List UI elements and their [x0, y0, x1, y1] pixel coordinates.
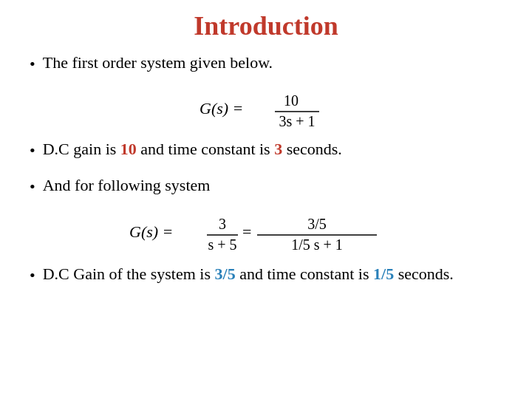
formula-2-svg: G(s) = 3 s + 5 = 3/5 1/5 s + 1 [126, 211, 406, 256]
formula-1-svg: G(s) = 10 3s + 1 [192, 89, 340, 131]
bullet-1-text: The first order system given below. [43, 52, 273, 75]
svg-text:G(s) =: G(s) = [129, 222, 173, 241]
bullet-item-4: • D.C Gain of the system is 3/5 and time… [30, 263, 502, 287]
bullet-3-icon: • [30, 176, 35, 199]
svg-text:G(s) =: G(s) = [200, 99, 243, 117]
svg-text:10: 10 [284, 92, 299, 109]
bullet-4-icon: • [30, 265, 35, 287]
svg-text:=: = [242, 222, 251, 241]
svg-text:s + 5: s + 5 [208, 236, 236, 253]
svg-text:3: 3 [219, 216, 226, 232]
svg-text:3/5: 3/5 [307, 216, 327, 232]
formula-1-block: G(s) = 10 3s + 1 [30, 89, 502, 131]
slide-container: Introduction • The first order system gi… [0, 0, 532, 399]
bullet-item-3: • And for following system [30, 174, 502, 199]
bullet-2-text: D.C gain is 10 and time constant is 3 se… [43, 138, 342, 161]
slide-title: Introduction [30, 7, 502, 41]
bullet-1-icon: • [30, 53, 35, 76]
bullet-item-2: • D.C gain is 10 and time constant is 3 … [30, 138, 502, 163]
bullet-item-1: • The first order system given below. [30, 52, 502, 76]
bullet-3-text: And for following system [43, 174, 211, 197]
bullet-4-text: D.C Gain of the system is 3/5 and time c… [43, 263, 454, 286]
bullet-2-icon: • [30, 140, 35, 163]
formula-2-block: G(s) = 3 s + 5 = 3/5 1/5 s + 1 [30, 211, 502, 256]
svg-text:3s + 1: 3s + 1 [279, 113, 315, 129]
svg-text:1/5 s + 1: 1/5 s + 1 [291, 236, 343, 253]
